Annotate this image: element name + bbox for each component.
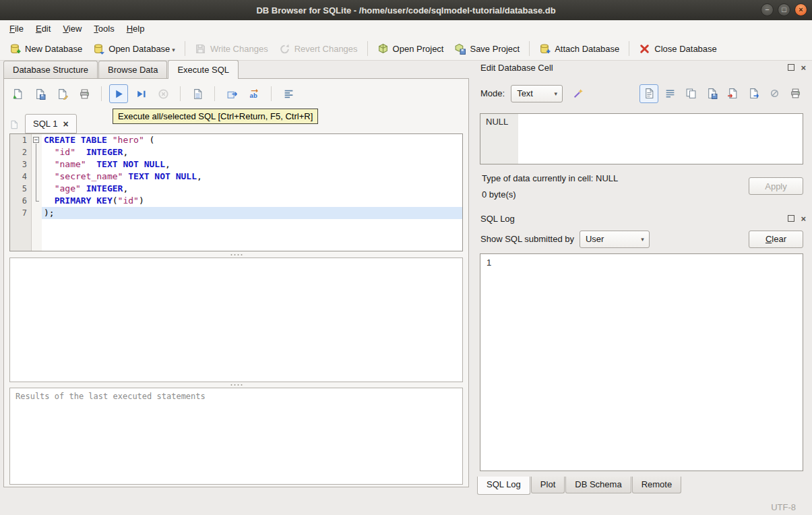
- close-database-button[interactable]: Close Database: [633, 40, 722, 58]
- sql-tab-label: SQL 1: [33, 119, 57, 129]
- import-icon-button[interactable]: [723, 84, 742, 103]
- dock-tab-db-schema[interactable]: DB Schema: [565, 477, 631, 493]
- tab-database-structure[interactable]: Database Structure: [3, 61, 98, 78]
- splitter-handle[interactable]: [230, 383, 242, 387]
- fold-marker-icon[interactable]: −: [31, 134, 42, 146]
- save-sql-as-button[interactable]: [53, 84, 71, 103]
- tab-execute-sql[interactable]: Execute SQL: [168, 60, 239, 79]
- menu-file[interactable]: File: [3, 22, 30, 36]
- print-icon-button[interactable]: [786, 84, 805, 103]
- dock-controls: ×: [788, 214, 806, 223]
- sql-log-area[interactable]: 1: [480, 253, 803, 471]
- menu-view[interactable]: View: [57, 22, 88, 36]
- line-number: 2: [10, 146, 31, 158]
- submitter-combobox[interactable]: User ▾: [580, 231, 650, 248]
- toolbar-separator: [529, 41, 530, 56]
- maximize-button[interactable]: □: [778, 3, 790, 16]
- editor-line: 7);: [10, 207, 462, 219]
- attach-database-icon: [539, 43, 551, 55]
- new-sql-tab-icon[interactable]: [9, 120, 19, 129]
- write-changes-button: Write Changes: [189, 40, 274, 58]
- wand-icon: [573, 88, 584, 99]
- results-message-area[interactable]: Results of the last executed statements: [9, 388, 463, 485]
- code-text[interactable]: );: [42, 207, 462, 219]
- editor-line: 5 "age" INTEGER,: [10, 183, 462, 195]
- toolbar-button-label: Open Project: [393, 44, 444, 54]
- dock-tab-plot[interactable]: Plot: [531, 477, 565, 493]
- float-dock-icon[interactable]: [788, 64, 794, 71]
- close-database-icon: [639, 43, 650, 55]
- menu-edit[interactable]: Edit: [30, 22, 57, 36]
- close-tab-icon[interactable]: ×: [63, 119, 68, 129]
- close-dock-icon[interactable]: ×: [801, 214, 806, 223]
- dock-tab-sql-log[interactable]: SQL Log: [477, 477, 530, 495]
- code-text[interactable]: PRIMARY KEY("id"): [42, 195, 462, 207]
- results-grid[interactable]: [9, 258, 463, 382]
- float-dock-icon[interactable]: [788, 215, 794, 222]
- mode-combobox[interactable]: Text ▾: [511, 85, 563, 102]
- find-replace-button[interactable]: ab: [245, 84, 263, 103]
- open-tab-button[interactable]: [222, 84, 241, 103]
- document-icon-button[interactable]: [639, 84, 658, 103]
- cell-size-info: 0 byte(s): [482, 189, 516, 200]
- copy-icon-button[interactable]: [681, 84, 700, 103]
- mode-value: Text: [517, 88, 549, 98]
- save-results-button[interactable]: [188, 84, 207, 103]
- open-tab-icon: [226, 88, 238, 100]
- new-database-button[interactable]: New Database: [4, 40, 88, 58]
- execute-all-button[interactable]: [109, 84, 128, 103]
- export-icon: [748, 88, 759, 99]
- code-text[interactable]: "secret_name" TEXT NOT NULL,: [42, 171, 462, 183]
- toolbar-separator: [367, 41, 368, 56]
- sql-log-toolbar: Show SQL submitted by User ▾ Clear: [480, 230, 803, 248]
- cell-editor[interactable]: NULL: [480, 113, 803, 164]
- window-title: DB Browser for SQLite - /home/user/code/…: [256, 5, 555, 16]
- submitter-value: User: [586, 234, 636, 244]
- dock-tab-remote[interactable]: Remote: [632, 477, 682, 493]
- encoding-label: UTF-8: [771, 502, 796, 512]
- write-changes-icon: [195, 43, 206, 55]
- format-sql-button[interactable]: [279, 84, 298, 103]
- sql-editor-tab[interactable]: SQL 1 ×: [25, 114, 77, 133]
- justify-icon-button[interactable]: [660, 84, 679, 103]
- save-sql-icon: [34, 88, 46, 100]
- null-icon-button[interactable]: [765, 84, 784, 103]
- wand-icon-button[interactable]: [569, 84, 588, 103]
- open-sql-button[interactable]: [8, 84, 27, 103]
- stop-icon: [158, 88, 169, 100]
- toolbar-button-label: New Database: [25, 44, 82, 54]
- execute-all-icon: [113, 88, 125, 100]
- sql-log-title-text: SQL Log: [480, 214, 515, 224]
- title-bar[interactable]: DB Browser for SQLite - /home/user/code/…: [0, 0, 812, 20]
- execute-line-button[interactable]: [131, 84, 150, 103]
- code-text[interactable]: "name" TEXT NOT NULL,: [42, 158, 462, 171]
- import-icon: [727, 88, 739, 99]
- attach-database-button[interactable]: Attach Database: [534, 40, 625, 58]
- editor-line: 1−CREATE TABLE "hero" (: [10, 134, 462, 146]
- print-icon: [79, 88, 90, 100]
- menu-tools[interactable]: Tools: [88, 22, 120, 36]
- cell-type-info: Type of data currently in cell: NULL: [482, 173, 618, 183]
- menu-bar: FileEditViewToolsHelp: [0, 20, 812, 37]
- menu-help[interactable]: Help: [121, 22, 151, 36]
- open-project-button[interactable]: Open Project: [372, 40, 449, 58]
- save-sql-icon-button[interactable]: [702, 84, 721, 103]
- code-text[interactable]: CREATE TABLE "hero" (: [42, 134, 462, 146]
- close-dock-icon[interactable]: ×: [801, 63, 806, 72]
- tab-browse-data[interactable]: Browse Data: [98, 61, 167, 78]
- code-text[interactable]: "age" INTEGER,: [42, 183, 462, 195]
- save-sql-button[interactable]: [30, 84, 49, 103]
- export-icon-button[interactable]: [744, 84, 763, 103]
- save-project-button[interactable]: Save Project: [449, 40, 525, 58]
- chevron-down-icon: ▾: [549, 90, 562, 97]
- splitter-handle[interactable]: [230, 253, 242, 257]
- minimize-button[interactable]: −: [761, 3, 774, 16]
- print-button[interactable]: [75, 84, 94, 103]
- clear-button[interactable]: Clear: [749, 231, 803, 248]
- line-number: 4: [10, 171, 31, 183]
- close-button[interactable]: ×: [794, 3, 807, 16]
- code-text[interactable]: "id" INTEGER,: [42, 146, 462, 158]
- dropdown-arrow-icon[interactable]: ▾: [172, 47, 175, 55]
- sql-editor[interactable]: 1−CREATE TABLE "hero" (2 "id" INTEGER,3 …: [9, 133, 463, 251]
- open-database-button[interactable]: Open Database▾: [88, 40, 181, 58]
